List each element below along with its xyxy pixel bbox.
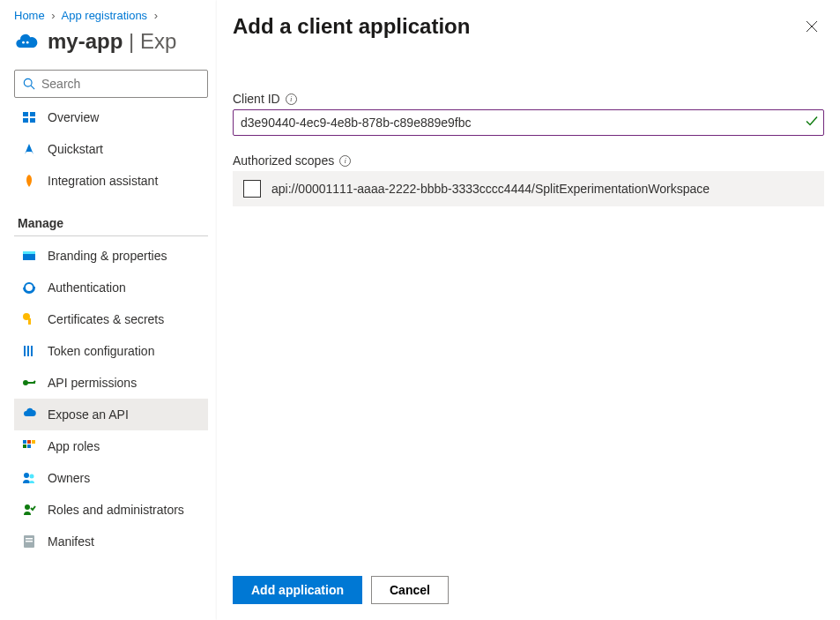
nav-roles-admins[interactable]: Roles and administrators bbox=[14, 494, 208, 526]
nav-branding[interactable]: Branding & properties bbox=[14, 240, 208, 272]
nav-label: Integration assistant bbox=[48, 174, 158, 188]
search-box[interactable] bbox=[14, 70, 208, 98]
nav-integration-assistant[interactable]: Integration assistant bbox=[14, 165, 208, 197]
svg-rect-7 bbox=[30, 118, 35, 123]
svg-rect-12 bbox=[28, 318, 31, 325]
token-icon bbox=[21, 343, 37, 359]
nav-label: API permissions bbox=[48, 376, 137, 390]
app-cloud-icon bbox=[14, 29, 39, 54]
nav-manifest[interactable]: Manifest bbox=[14, 526, 208, 557]
nav-owners[interactable]: Owners bbox=[14, 462, 208, 494]
key-icon bbox=[21, 311, 37, 327]
search-icon bbox=[22, 78, 36, 90]
scope-row: api://00001111-aaaa-2222-bbbb-3333cccc44… bbox=[233, 171, 824, 206]
svg-rect-9 bbox=[23, 251, 35, 254]
scope-uri: api://00001111-aaaa-2222-bbbb-3333cccc44… bbox=[271, 182, 710, 196]
breadcrumb: Home › App registrations › bbox=[14, 9, 212, 22]
expose-api-icon bbox=[21, 407, 37, 422]
app-roles-icon bbox=[21, 438, 37, 454]
svg-rect-15 bbox=[31, 346, 33, 356]
nav-authentication[interactable]: Authentication bbox=[14, 272, 208, 303]
authorized-scopes-label: Authorized scopes i bbox=[233, 153, 824, 168]
page-title-row: my-app | Exp bbox=[14, 29, 212, 54]
svg-rect-27 bbox=[26, 541, 33, 542]
nav-label: Expose an API bbox=[48, 407, 129, 422]
nav-section-manage: Manage bbox=[14, 216, 212, 230]
checkmark-icon bbox=[805, 115, 819, 131]
svg-rect-13 bbox=[24, 346, 26, 356]
client-id-label: Client ID i bbox=[233, 92, 824, 106]
svg-point-10 bbox=[25, 283, 33, 292]
info-icon[interactable]: i bbox=[286, 93, 297, 105]
nav-label: Quickstart bbox=[48, 142, 103, 156]
nav-label: App roles bbox=[48, 439, 100, 453]
cancel-button[interactable]: Cancel bbox=[371, 576, 449, 604]
nav-certificates[interactable]: Certificates & secrets bbox=[14, 303, 208, 335]
nav-app-roles[interactable]: App roles bbox=[14, 430, 208, 462]
chevron-right-icon: › bbox=[51, 9, 55, 22]
svg-point-2 bbox=[24, 78, 32, 86]
svg-point-1 bbox=[26, 41, 29, 44]
nav-label: Owners bbox=[48, 471, 90, 485]
svg-point-23 bbox=[30, 474, 34, 479]
nav-quickstart[interactable]: Quickstart bbox=[14, 133, 208, 165]
nav-label: Certificates & secrets bbox=[48, 312, 164, 326]
svg-rect-5 bbox=[30, 112, 35, 116]
nav-label: Overview bbox=[48, 110, 99, 124]
svg-point-24 bbox=[25, 504, 30, 510]
nav-api-permissions[interactable]: API permissions bbox=[14, 367, 208, 399]
svg-rect-6 bbox=[23, 118, 28, 123]
breadcrumb-home[interactable]: Home bbox=[14, 9, 45, 22]
owners-icon bbox=[21, 470, 37, 486]
rocket-icon bbox=[21, 173, 37, 189]
add-application-button[interactable]: Add application bbox=[233, 576, 362, 604]
nav-label: Authentication bbox=[48, 280, 126, 295]
svg-point-0 bbox=[22, 41, 25, 44]
chevron-right-icon: › bbox=[154, 9, 158, 22]
nav-label: Roles and administrators bbox=[48, 503, 184, 517]
svg-rect-17 bbox=[23, 440, 26, 444]
svg-rect-21 bbox=[27, 444, 31, 448]
svg-point-16 bbox=[24, 381, 27, 385]
svg-rect-20 bbox=[23, 444, 26, 448]
close-button[interactable] bbox=[799, 14, 824, 39]
api-permissions-icon bbox=[21, 375, 37, 391]
roles-admins-icon bbox=[21, 502, 37, 518]
svg-rect-14 bbox=[27, 346, 29, 356]
nav-overview[interactable]: Overview bbox=[14, 101, 208, 133]
scope-checkbox[interactable] bbox=[243, 180, 261, 198]
divider bbox=[14, 235, 208, 236]
manifest-icon bbox=[21, 534, 37, 549]
branding-icon bbox=[21, 248, 37, 264]
svg-rect-4 bbox=[23, 112, 28, 116]
search-input[interactable] bbox=[41, 77, 200, 91]
client-id-input[interactable] bbox=[233, 109, 824, 136]
close-icon bbox=[806, 20, 818, 33]
svg-rect-19 bbox=[32, 440, 35, 444]
svg-point-22 bbox=[24, 473, 29, 478]
nav-label: Branding & properties bbox=[48, 249, 167, 263]
page-title: my-app | Exp bbox=[48, 29, 176, 54]
info-icon[interactable]: i bbox=[339, 155, 351, 167]
panel-title: Add a client application bbox=[233, 14, 470, 39]
overview-icon bbox=[21, 109, 37, 125]
authentication-icon bbox=[21, 280, 37, 295]
breadcrumb-app-registrations[interactable]: App registrations bbox=[62, 9, 148, 22]
add-client-panel: Add a client application Client ID i Aut… bbox=[217, 0, 840, 620]
svg-rect-26 bbox=[26, 538, 33, 540]
svg-line-3 bbox=[31, 86, 34, 89]
quickstart-icon bbox=[21, 141, 37, 157]
nav-expose-api[interactable]: Expose an API bbox=[14, 399, 208, 430]
nav-label: Manifest bbox=[48, 534, 94, 549]
nav-token-config[interactable]: Token configuration bbox=[14, 335, 208, 367]
svg-rect-18 bbox=[27, 440, 31, 444]
nav-label: Token configuration bbox=[48, 344, 154, 358]
